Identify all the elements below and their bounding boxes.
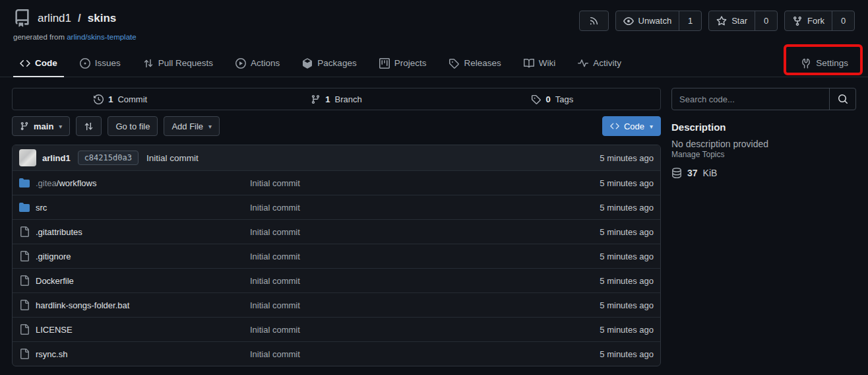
row-commit-message-link[interactable]: Initial commit	[250, 227, 300, 237]
tab-actions[interactable]: Actions	[229, 50, 286, 77]
file-link[interactable]: src	[36, 203, 47, 213]
unwatch-button[interactable]: Unwatch	[616, 11, 679, 30]
row-commit-message-link[interactable]: Initial commit	[250, 276, 300, 286]
tab-issues-label: Issues	[95, 58, 121, 68]
project-icon	[379, 58, 390, 69]
settings-tools-icon	[801, 58, 811, 69]
tab-code[interactable]: Code	[13, 50, 64, 77]
branches-count: 1	[325, 94, 330, 104]
tags-stat[interactable]: 0 Tags	[445, 88, 660, 110]
search-button[interactable]	[829, 88, 855, 110]
row-time: 5 minutes ago	[600, 349, 654, 359]
tab-wiki-label: Wiki	[539, 58, 556, 68]
avatar[interactable]	[19, 149, 36, 166]
repo-toolbar: main ▾ Go to file Add File ▾ Code ▾	[12, 116, 661, 136]
repo-content-column: 1 Commit 1 Branch 0 Tags main	[12, 88, 661, 366]
pulse-icon	[578, 58, 588, 69]
file-link[interactable]: Dockerfile	[36, 276, 74, 286]
tab-wiki[interactable]: Wiki	[517, 50, 563, 77]
tab-settings[interactable]: Settings	[794, 50, 855, 77]
row-time: 5 minutes ago	[600, 300, 654, 310]
tab-activity-label: Activity	[593, 58, 621, 68]
row-commit-message-link[interactable]: Initial commit	[250, 300, 300, 310]
row-commit-message-link[interactable]: Initial commit	[250, 178, 300, 188]
description-text: No description provided	[671, 139, 856, 149]
row-time: 5 minutes ago	[600, 325, 654, 335]
branch-selector[interactable]: main ▾	[12, 116, 70, 136]
table-row: rsync.sh Initial commit 5 minutes ago	[13, 341, 660, 366]
caret-down-icon: ▾	[208, 123, 212, 130]
rss-button-group	[579, 11, 609, 31]
history-icon	[94, 94, 104, 104]
stars-count[interactable]: 0	[755, 11, 777, 30]
code-button-label: Code	[624, 121, 644, 131]
row-commit-message-link[interactable]: Initial commit	[250, 349, 300, 359]
commits-label: Commit	[117, 94, 147, 104]
table-row: LICENSE Initial commit 5 minutes ago	[13, 317, 660, 341]
tab-pull-requests[interactable]: Pull Requests	[137, 50, 220, 77]
commit-message-link[interactable]: Initial commit	[146, 153, 199, 163]
rss-button[interactable]	[580, 11, 608, 30]
row-commit-message-link[interactable]: Initial commit	[250, 252, 300, 261]
tags-count: 0	[545, 94, 550, 104]
add-file-button[interactable]: Add File ▾	[164, 116, 220, 136]
repo-owner-link[interactable]: arlind1	[38, 12, 71, 25]
file-link[interactable]: hardlink-songs-folder.bat	[36, 300, 129, 310]
repo-nav-tabs: Code Issues Pull Requests Actions Packag…	[0, 50, 868, 77]
repo-name-link[interactable]: skins	[88, 12, 116, 25]
tab-projects[interactable]: Projects	[373, 50, 433, 77]
commit-author-link[interactable]: arlind1	[42, 153, 71, 163]
branches-label: Branch	[335, 94, 362, 104]
repo-size-unit: KiB	[703, 168, 718, 178]
repo-sidebar: Description No description provided Mana…	[671, 88, 856, 366]
file-table: arlind1 c84215d0a3 Initial commit 5 minu…	[12, 145, 661, 366]
latest-commit-row: arlind1 c84215d0a3 Initial commit 5 minu…	[13, 145, 660, 170]
repo-main: 1 Commit 1 Branch 0 Tags main	[0, 77, 868, 366]
tab-activity[interactable]: Activity	[571, 50, 628, 77]
play-icon	[235, 58, 246, 69]
fork-button-group: Fork 0	[784, 11, 855, 31]
forks-count[interactable]: 0	[832, 11, 854, 30]
code-icon	[610, 121, 619, 131]
file-link[interactable]: rsync.sh	[36, 349, 67, 359]
star-button[interactable]: Star	[709, 11, 755, 30]
eye-icon	[623, 16, 634, 26]
watchers-count[interactable]: 1	[679, 11, 701, 30]
file-link[interactable]: LICENSE	[36, 325, 73, 335]
fork-button[interactable]: Fork	[785, 11, 832, 30]
file-icon	[19, 300, 30, 310]
template-repo-link[interactable]: arlind/skins-template	[67, 33, 136, 41]
tab-issues[interactable]: Issues	[73, 50, 127, 77]
code-download-button[interactable]: Code ▾	[602, 116, 661, 136]
unwatch-label: Unwatch	[638, 16, 672, 26]
search-input[interactable]	[672, 88, 829, 110]
add-file-label: Add File	[171, 121, 203, 131]
repo-header-left: arlind1 / skins generated from arlind/sk…	[13, 9, 137, 41]
fork-label: Fork	[807, 16, 824, 26]
file-link[interactable]: .gitignore	[36, 252, 71, 261]
repo-icon	[13, 9, 31, 27]
generated-from-label: generated from	[13, 33, 65, 41]
pull-request-icon	[143, 58, 154, 69]
tab-releases[interactable]: Releases	[442, 50, 507, 77]
compare-button[interactable]	[76, 116, 102, 136]
tag-icon	[531, 94, 541, 104]
go-to-file-button[interactable]: Go to file	[108, 116, 158, 136]
table-row: hardlink-songs-folder.bat Initial commit…	[13, 292, 660, 317]
branches-stat[interactable]: 1 Branch	[228, 88, 444, 110]
row-commit-message-link[interactable]: Initial commit	[250, 325, 300, 335]
commit-hash-link[interactable]: c84215d0a3	[78, 151, 139, 165]
tab-packages[interactable]: Packages	[295, 50, 363, 77]
manage-topics-link[interactable]: Manage Topics	[671, 150, 725, 159]
rss-icon	[589, 16, 599, 26]
row-commit-message-link[interactable]: Initial commit	[250, 203, 300, 213]
table-row: .gitea/workflows Initial commit 5 minute…	[13, 170, 660, 195]
file-link[interactable]: .gitattributes	[36, 227, 82, 237]
commits-stat[interactable]: 1 Commit	[13, 88, 228, 110]
go-to-file-label: Go to file	[115, 121, 150, 131]
folder-icon	[19, 202, 30, 213]
database-icon	[671, 168, 682, 178]
file-link[interactable]: .gitea/workflows	[36, 178, 97, 188]
row-time: 5 minutes ago	[600, 252, 654, 261]
code-icon	[20, 58, 30, 69]
